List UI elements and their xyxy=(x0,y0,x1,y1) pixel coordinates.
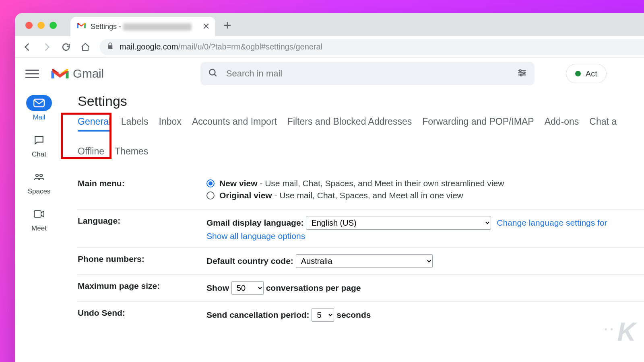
tab-labels[interactable]: Labels xyxy=(121,116,149,132)
tab-offline[interactable]: Offline xyxy=(78,146,104,160)
setting-row-phone: Phone numbers: Default country code: Aus… xyxy=(78,248,644,275)
radio-icon xyxy=(206,191,215,200)
search-input[interactable] xyxy=(226,68,509,79)
address-bar[interactable]: mail.google.com/mail/u/0/?tab=rm&ogbl#se… xyxy=(99,39,644,55)
option-desc: - Use mail, Chat, Spaces, and Meet all i… xyxy=(272,191,463,200)
page-size-prefix: Show xyxy=(206,283,231,292)
gmail-header: Gmail Act xyxy=(15,58,644,89)
main-menu-original-view-option[interactable]: Original view - Use mail, Chat, Spaces, … xyxy=(206,191,644,200)
tab-forwarding[interactable]: Forwarding and POP/IMAP xyxy=(422,116,534,132)
main-menu-button[interactable] xyxy=(25,70,39,78)
display-language-select[interactable]: English (US) xyxy=(306,216,491,230)
presence-dot-icon xyxy=(575,71,581,76)
svg-rect-7 xyxy=(34,211,41,217)
setting-label: Undo Send: xyxy=(78,308,206,322)
page-size-suffix: conversations per page xyxy=(266,283,361,292)
settings-body: Main menu: New view - Use mail, Chat, Sp… xyxy=(78,172,644,328)
window-controls xyxy=(15,22,57,36)
setting-row-main-menu: Main menu: New view - Use mail, Chat, Sp… xyxy=(78,172,644,210)
tab-themes[interactable]: Themes xyxy=(115,146,148,160)
search-bar[interactable] xyxy=(200,62,535,85)
status-chip[interactable]: Act xyxy=(566,64,607,83)
status-label: Act xyxy=(586,69,597,78)
tab-addons[interactable]: Add-ons xyxy=(545,116,579,132)
gmail-wordmark: Gmail xyxy=(73,67,104,80)
svg-rect-4 xyxy=(34,99,44,107)
setting-label: Main menu: xyxy=(78,179,206,203)
setting-label: Maximum page size: xyxy=(78,281,206,295)
maximize-window-button[interactable] xyxy=(50,22,57,29)
change-language-link[interactable]: Change language settings for xyxy=(497,218,607,227)
rail-item-chat[interactable]: Chat xyxy=(26,132,52,158)
meet-icon xyxy=(26,206,52,222)
tab-accounts[interactable]: Accounts and Import xyxy=(192,116,277,132)
tab-chat[interactable]: Chat a xyxy=(589,116,617,132)
home-button[interactable] xyxy=(80,42,91,52)
gmail-favicon-icon xyxy=(77,23,86,31)
search-icon xyxy=(208,68,218,80)
chat-icon xyxy=(26,132,52,148)
setting-label: Language: xyxy=(78,216,206,241)
rail-label: Meet xyxy=(31,224,47,232)
back-button[interactable] xyxy=(22,42,33,52)
close-window-button[interactable] xyxy=(25,22,33,29)
rail-item-spaces[interactable]: Spaces xyxy=(26,169,52,195)
rail-item-meet[interactable]: Meet xyxy=(26,206,52,232)
country-code-select[interactable]: Australia xyxy=(296,254,433,268)
country-code-label: Default country code: xyxy=(206,256,296,265)
tab-title: Settings - xyxy=(91,23,192,31)
tab-inbox[interactable]: Inbox xyxy=(159,116,182,132)
undo-suffix: seconds xyxy=(336,310,371,319)
settings-tabs: General Labels Inbox Accounts and Import… xyxy=(78,116,641,160)
page-title: Settings xyxy=(78,93,644,109)
search-options-icon[interactable] xyxy=(517,68,527,80)
option-title: New view xyxy=(219,179,258,188)
settings-panel: Settings General Labels Inbox Accounts a… xyxy=(63,89,644,362)
content-area: Mail Chat Spaces Meet Settings General L… xyxy=(15,89,644,362)
svg-point-5 xyxy=(36,174,38,177)
browser-toolbar: mail.google.com/mail/u/0/?tab=rm&ogbl#se… xyxy=(15,36,644,58)
new-tab-button[interactable]: + xyxy=(223,17,231,36)
option-desc: - Use mail, Chat, Spaces, and Meet in th… xyxy=(258,179,504,188)
gmail-logo[interactable]: Gmail xyxy=(51,67,104,80)
display-language-label: Gmail display language: xyxy=(206,218,306,227)
tab-filters[interactable]: Filters and Blocked Addresses xyxy=(287,116,412,132)
reload-button[interactable] xyxy=(61,42,71,52)
tab-strip: Settings - ✕ + xyxy=(15,13,644,36)
browser-window: Settings - ✕ + mail.google.com/mail/u/0/… xyxy=(15,13,644,362)
main-menu-new-view-option[interactable]: New view - Use mail, Chat, Spaces, and M… xyxy=(206,179,644,188)
setting-label: Phone numbers: xyxy=(78,254,206,268)
svg-point-6 xyxy=(40,174,42,177)
rail-label: Spaces xyxy=(28,187,51,195)
rail-item-mail[interactable]: Mail xyxy=(26,95,52,121)
mail-icon xyxy=(26,95,52,111)
undo-period-select[interactable]: 5 xyxy=(312,308,334,322)
tab-title-redacted xyxy=(123,23,192,31)
show-all-languages-link[interactable]: Show all language options xyxy=(206,231,644,241)
left-rail: Mail Chat Spaces Meet xyxy=(15,89,63,362)
lock-icon xyxy=(107,42,114,51)
spaces-icon xyxy=(26,169,52,185)
rail-label: Mail xyxy=(33,113,45,121)
setting-row-language: Language: Gmail display language: Englis… xyxy=(78,210,644,248)
url-text: mail.google.com/mail/u/0/?tab=rm&ogbl#se… xyxy=(120,42,322,51)
svg-point-1 xyxy=(519,70,521,71)
svg-point-3 xyxy=(520,74,522,76)
browser-tab[interactable]: Settings - ✕ xyxy=(70,17,215,36)
undo-prefix: Send cancellation period: xyxy=(206,310,312,319)
gmail-logo-icon xyxy=(51,67,69,80)
forward-button xyxy=(41,42,52,52)
setting-row-undo-send: Undo Send: Send cancellation period: 5 s… xyxy=(78,302,644,328)
tab-general[interactable]: General xyxy=(78,116,111,132)
page-size-select[interactable]: 50 xyxy=(231,281,264,295)
setting-row-page-size: Maximum page size: Show 50 conversations… xyxy=(78,275,644,302)
option-title: Original view xyxy=(219,191,272,200)
close-tab-button[interactable]: ✕ xyxy=(202,21,210,32)
rail-label: Chat xyxy=(32,150,46,158)
svg-point-2 xyxy=(523,72,524,74)
minimize-window-button[interactable] xyxy=(37,22,45,29)
radio-icon xyxy=(206,179,215,187)
